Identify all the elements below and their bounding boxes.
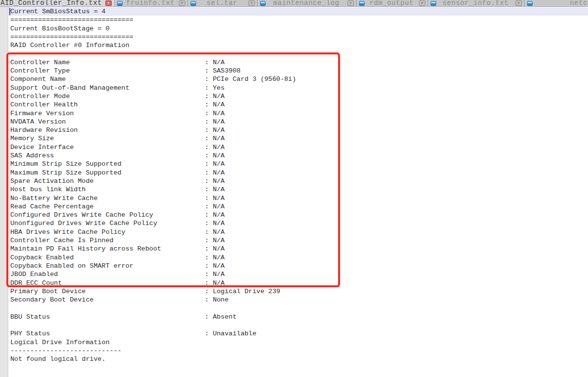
- text-line: Logical Drive Information: [8, 338, 588, 347]
- text-line: JBOD Enabled : N/A: [8, 270, 588, 278]
- tab-sensor-info-txt[interactable]: sensor_info.txt×: [428, 0, 525, 6]
- text-line: Copyback Enabled on SMART error : N/A: [8, 262, 588, 270]
- text-line: Host bus link Width : N/A: [8, 185, 588, 194]
- text-line: Unonfigured Drives Write Cache Policy : …: [8, 219, 588, 227]
- text-line: Spare Activation Mode : N/A: [8, 177, 588, 185]
- close-icon[interactable]: ×: [179, 0, 185, 6]
- saved-file-icon: [117, 1, 122, 6]
- text-line: NVDATA Version : N/A: [8, 118, 588, 126]
- text-line: Maximum Strip Size Supported : N/A: [8, 169, 588, 177]
- tab-netcard-[interactable]: netcard_: [525, 0, 588, 6]
- text-line: Secondary Boot Device : None: [8, 296, 588, 304]
- tab-label: sel.tar: [206, 0, 237, 6]
- text-line: ===============================: [8, 16, 588, 24]
- tab-maintenance-log[interactable]: maintenance_log×: [258, 0, 357, 6]
- tab-aid-controller-info-txt[interactable]: AID_Controller_Info.txt×: [0, 0, 115, 6]
- text-line: PHY Status : Unavailable: [8, 329, 588, 338]
- text-line: SAS Address : N/A: [8, 151, 588, 160]
- saved-file-icon: [431, 1, 436, 6]
- text-line: Memory Size : N/A: [8, 134, 588, 143]
- tab-label: sensor_info.txt: [442, 0, 509, 6]
- text-line: [8, 321, 588, 329]
- tab-sel-tar[interactable]: sel.tar×: [188, 0, 258, 6]
- text-line: Controller Name : N/A: [8, 58, 588, 67]
- close-icon[interactable]: ×: [419, 0, 425, 6]
- text-line: Current SmBiosStatus = 4: [8, 7, 588, 16]
- saved-file-icon: [359, 1, 365, 6]
- tab-rdm-output[interactable]: rdm_output×: [357, 0, 428, 6]
- close-icon[interactable]: ×: [347, 0, 354, 6]
- text-caret: [9, 8, 10, 15]
- editor-text-area[interactable]: Current SmBiosStatus = 4================…: [8, 7, 588, 363]
- text-line: RAID Controller #0 Information: [8, 41, 588, 50]
- saved-file-icon: [191, 1, 196, 6]
- tab-label: rdm_output: [369, 0, 414, 6]
- text-line: No-Battery Write Cache : N/A: [8, 194, 588, 202]
- text-line: ===============================: [8, 33, 588, 41]
- text-line: Component Name : PCIe Card 3 (9560-8i): [8, 75, 588, 83]
- tab-fruinfo-txt[interactable]: fruinfo.txt×: [115, 0, 188, 6]
- text-line: Current BiosBootStage = 0: [8, 25, 588, 33]
- text-line: Not found logical drive.: [8, 355, 588, 363]
- text-line: Maintain PD Fail History across Reboot :…: [8, 245, 588, 253]
- text-line: [8, 304, 588, 312]
- close-icon[interactable]: ×: [105, 0, 112, 6]
- text-line: Controller Cache Is Pinned : N/A: [8, 236, 588, 245]
- tab-label: netcard_: [570, 0, 588, 6]
- text-line: Primary Boot Device : Logical Drive 239: [8, 287, 588, 296]
- text-line: Controller Mode : N/A: [8, 92, 588, 101]
- text-line: Support Out-of-Band Management : Yes: [8, 84, 588, 92]
- close-icon[interactable]: ×: [248, 0, 255, 6]
- app-window: AID_Controller_Info.txt×fruinfo.txt×sel.…: [0, 0, 588, 377]
- text-line: Minimum Strip Size Supported : N/A: [8, 160, 588, 168]
- tab-bar: AID_Controller_Info.txt×fruinfo.txt×sel.…: [0, 0, 588, 7]
- text-line: BBU Status : Absent: [8, 313, 588, 321]
- text-line: Read Cache Percentage : N/A: [8, 202, 588, 211]
- text-line: Configured Drives Write Cache Policy : N…: [8, 211, 588, 219]
- text-line: DDR ECC Count : N/A: [8, 279, 588, 287]
- tab-label: maintenance_log: [273, 0, 339, 6]
- text-line: Device Interface : N/A: [8, 143, 588, 151]
- text-line: Controller Type : SAS3908: [8, 67, 588, 75]
- tab-label: fruinfo.txt: [126, 0, 174, 6]
- saved-file-icon: [527, 1, 533, 6]
- text-line: HBA Drives Write Cache Policy : N/A: [8, 228, 588, 236]
- text-editor[interactable]: Current SmBiosStatus = 4================…: [0, 7, 588, 377]
- text-line: Hardware Revision : N/A: [8, 126, 588, 134]
- close-icon[interactable]: ×: [515, 0, 522, 6]
- tab-label: AID_Controller_Info.txt: [0, 0, 102, 6]
- text-line: [8, 50, 588, 58]
- text-line: ----------------------------: [8, 347, 588, 355]
- bookmark-margin: [0, 7, 8, 377]
- text-line: Firmware Version : N/A: [8, 109, 588, 118]
- text-line: Copyback Enabled : N/A: [8, 253, 588, 262]
- saved-file-icon: [260, 1, 266, 6]
- text-line: Controller Health : N/A: [8, 101, 588, 109]
